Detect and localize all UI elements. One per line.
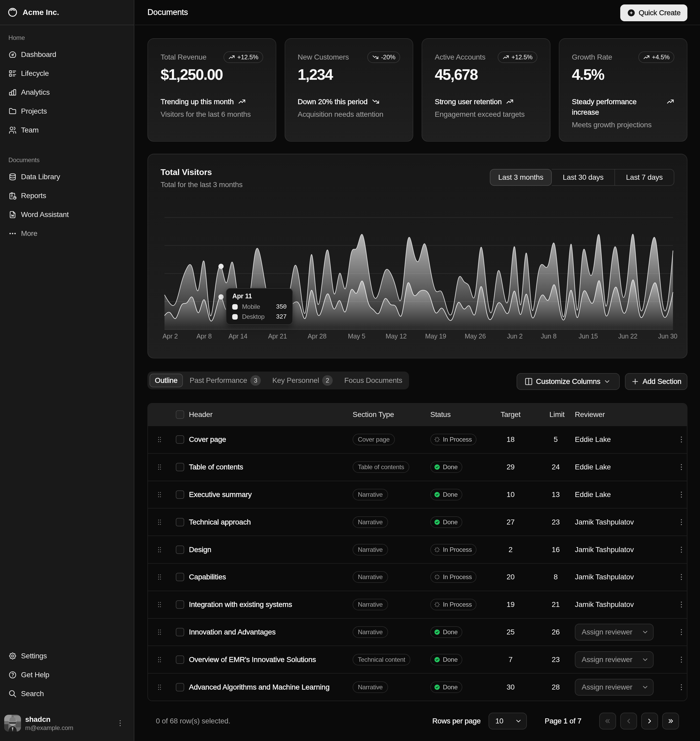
svg-text:Apr 21: Apr 21 bbox=[268, 332, 287, 340]
svg-text:May 19: May 19 bbox=[425, 332, 446, 340]
svg-text:Apr 8: Apr 8 bbox=[197, 332, 212, 340]
svg-text:May 5: May 5 bbox=[348, 332, 365, 340]
svg-text:Jun 15: Jun 15 bbox=[578, 332, 598, 340]
svg-text:Apr 14: Apr 14 bbox=[228, 332, 247, 340]
svg-text:Jun 30: Jun 30 bbox=[658, 332, 677, 340]
svg-text:Jun 2: Jun 2 bbox=[507, 332, 523, 340]
svg-text:Apr 2: Apr 2 bbox=[162, 332, 178, 340]
svg-text:Apr 28: Apr 28 bbox=[307, 332, 326, 340]
svg-text:May 26: May 26 bbox=[465, 332, 486, 340]
svg-text:May 12: May 12 bbox=[386, 332, 407, 340]
svg-text:Jun 22: Jun 22 bbox=[618, 332, 637, 340]
svg-text:Jun 8: Jun 8 bbox=[541, 332, 556, 340]
